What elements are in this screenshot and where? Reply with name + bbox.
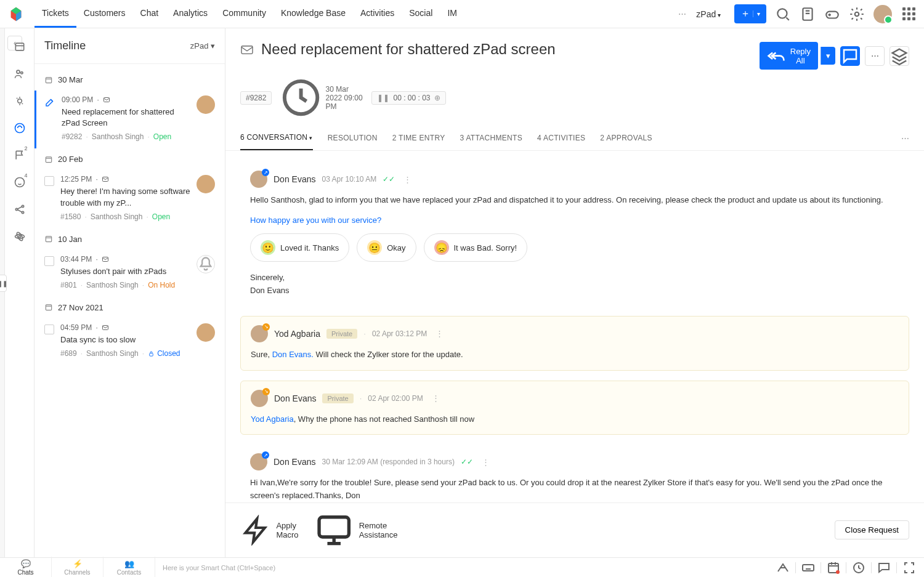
msg-author: Don Evans [274,174,315,184]
svg-point-12 [22,211,23,213]
layers-button[interactable] [890,46,909,66]
nav-item-community[interactable]: Community [215,0,274,28]
timeline-filter-dropdown[interactable]: zPad [190,41,215,50]
more-actions-button[interactable]: ⋯ [865,46,885,66]
ticket-checkbox[interactable] [44,325,54,334]
apply-macro-button[interactable]: Apply Macro [240,515,299,546]
ticket-item[interactable]: 12:25 PM·Hey there! I'm having some soft… [34,170,225,228]
bb-expand-icon[interactable] [902,560,917,575]
timer: ❚❚00 : 00 : 03⊕ [371,91,445,105]
bb-chat-icon[interactable] [877,560,891,575]
svg-point-3 [855,12,859,16]
apps-grid-icon[interactable] [901,6,917,22]
feedback-option[interactable]: 🙂Loved it. Thanks [250,233,349,262]
user-avatar[interactable] [873,5,892,23]
rail-flag-icon[interactable]: 2 [14,149,26,161]
timeline-title: Timeline [44,39,86,52]
feedback-option[interactable]: 😞It was Bad. Sorry! [424,233,528,262]
msg-more-icon[interactable]: ⋮ [433,329,446,338]
tab--conversation[interactable]: 6 CONVERSATION▾ [240,126,313,150]
bb-tab-chats[interactable]: 💬Chats [0,557,52,577]
add-button[interactable]: ＋▾ [734,4,766,23]
timeline-date: 30 Mar [34,69,225,91]
reply-dropdown[interactable]: ▾ [821,47,835,65]
gamepad-icon[interactable] [824,6,840,22]
message: Don Evans03 Apr 10:10 AM✓✓⋮Hello Santhos… [240,162,909,305]
svg-rect-16 [46,77,51,83]
tab--approvals[interactable]: 2 APPROVALS [600,126,652,150]
svg-point-6 [20,72,22,74]
bb-zia-icon[interactable] [776,560,790,575]
msg-time: 30 Mar 12:09 AM (responded in 3 hours) [322,458,454,466]
read-checks-icon: ✓✓ [461,458,473,466]
bb-clock-icon[interactable] [851,560,866,575]
rail-atom-icon[interactable] [14,230,26,243]
svg-rect-2 [826,11,838,18]
play-handle[interactable]: ❚❚ [0,275,7,292]
icon-rail: 2 4 [5,28,34,557]
edit-icon[interactable] [44,97,55,108]
ticket-item[interactable]: 09:00 PM·Need replacement for shattered … [34,91,225,148]
timer-add-icon[interactable]: ⊕ [434,94,440,102]
svg-point-10 [15,208,17,210]
workspace-dropdown[interactable]: zPad [691,7,726,22]
rail-automation-icon[interactable] [14,95,26,107]
message: Don Evans30 Mar 12:09 AM (responded in 3… [240,445,909,502]
nav-item-activities[interactable]: Activities [353,0,402,28]
svg-rect-4 [15,43,23,50]
notebook-icon[interactable] [800,6,816,22]
remote-assistance-button[interactable]: Remote Assistance [314,510,397,550]
svg-point-7 [17,99,22,103]
tab--attachments[interactable]: 3 ATTACHMENTS [460,126,522,150]
svg-rect-25 [241,46,253,54]
msg-time: 02 Apr 03:12 PM [372,329,427,338]
nav-item-analytics[interactable]: Analytics [166,0,215,28]
nav-item-tickets[interactable]: Tickets [34,0,76,28]
nav-item-customers[interactable]: Customers [76,0,133,28]
comment-button[interactable] [840,46,860,66]
msg-avatar [250,171,267,188]
msg-more-icon[interactable]: ⋮ [479,458,492,467]
app-logo [7,6,25,23]
settings-icon[interactable] [849,6,865,22]
bb-calendar-icon[interactable] [826,560,841,575]
feedback-option[interactable]: 😐Okay [357,233,416,262]
bb-keyboard-icon[interactable] [801,560,816,575]
rail-share-icon[interactable] [14,203,26,216]
mail-icon [240,44,254,55]
message: Yod AgbariaPrivate·02 Apr 03:12 PM⋮Sure,… [240,316,909,371]
rail-happiness-icon[interactable]: 4 [14,176,26,188]
close-request-button[interactable]: Close Request [835,520,909,539]
svg-rect-28 [803,565,814,571]
bb-tab-channels[interactable]: ⚡Channels [52,557,103,577]
ticket-item[interactable]: 03:44 PM·Styluses don't pair with zPads#… [34,250,225,297]
ticket-checkbox[interactable] [44,176,54,186]
nav-item-chat[interactable]: Chat [133,0,166,28]
tab--activities[interactable]: 4 ACTIVITIES [537,126,585,150]
tab--time-entry[interactable]: 2 TIME ENTRY [392,126,445,150]
bb-tab-contacts[interactable]: 👥Contacts [103,557,155,577]
msg-time: 02 Apr 02:00 PM [368,394,423,403]
nav-item-social[interactable]: Social [402,0,440,28]
timer-pause-icon[interactable]: ❚❚ [377,94,389,102]
read-checks-icon: ✓✓ [383,175,395,184]
rail-team-icon[interactable] [14,68,26,80]
tabs-more-icon[interactable]: ⋯ [901,134,909,143]
reply-all-button[interactable]: Reply All [760,42,818,70]
nav-more-icon[interactable]: ⋯ [673,1,691,26]
msg-more-icon[interactable]: ⋮ [429,393,442,403]
ticket-created: 30 Mar 2022 09:00 PM [279,76,364,119]
rail-inbox-icon[interactable] [14,41,26,53]
bottom-bar: 💬Chats⚡Channels👥Contacts Here is your Sm… [0,557,924,577]
nav-item-knowledge-base[interactable]: Knowledge Base [274,0,353,28]
svg-point-8 [15,124,24,133]
msg-more-icon[interactable]: ⋮ [401,175,414,184]
tab-resolution[interactable]: RESOLUTION [328,126,378,150]
svg-point-13 [18,235,20,237]
ticket-item[interactable]: 04:59 PM·Data sync is too slow#689·Santh… [34,318,225,365]
search-icon[interactable] [775,6,791,22]
ticket-checkbox[interactable] [44,256,54,266]
nav-item-im[interactable]: IM [440,0,464,28]
bell-icon [197,255,215,273]
rail-timeline-icon[interactable] [14,122,26,134]
